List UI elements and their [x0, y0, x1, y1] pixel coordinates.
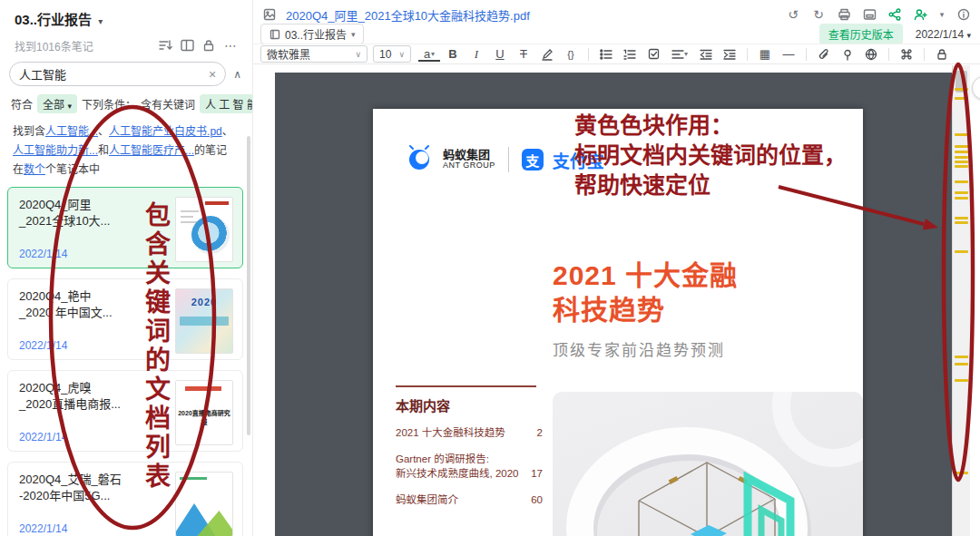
found-link[interactable]: 数个 [24, 163, 45, 176]
font-family-select[interactable]: 微软雅黑∨ [260, 45, 368, 63]
encrypt-lock-icon[interactable] [931, 45, 953, 63]
toc-entry-page: 60 [531, 492, 543, 508]
more-icon[interactable]: ⋯ [220, 37, 241, 54]
clear-search-icon[interactable]: × [209, 67, 216, 82]
lock-icon[interactable] [198, 37, 220, 54]
attachment-icon[interactable] [813, 45, 835, 63]
bullet-list-icon[interactable] [595, 45, 617, 63]
info-icon[interactable] [955, 5, 973, 24]
keyword-highlight-mark[interactable] [955, 363, 968, 365]
note-date: 2022/1/14 [19, 339, 175, 352]
redo-icon[interactable]: ↻ [809, 5, 828, 24]
print-icon[interactable] [835, 5, 853, 24]
font-size-select[interactable]: 10∨ [373, 45, 411, 63]
thumbnail-text: 2020直播电商研究报 [178, 408, 230, 426]
pdf-report-subtitle: 顶级专家前沿趋势预测 [553, 337, 725, 360]
found-link[interactable]: 人工智能产业白皮书.pd [109, 125, 222, 138]
keyword-highlight-mark[interactable] [955, 472, 968, 474]
keyword-highlight-mark[interactable] [955, 156, 968, 159]
keyword-highlight-mark[interactable] [955, 161, 968, 163]
filter-prefix-label: 符合 [11, 96, 33, 112]
bold-button[interactable]: B [442, 45, 464, 63]
notebook-title[interactable]: 03..行业报告 ▾ [0, 0, 252, 28]
highlight-pen-icon[interactable] [536, 45, 558, 63]
filter-all-dropdown[interactable]: 全部 ▾ [37, 94, 77, 113]
chevron-down-icon[interactable]: ▾ [936, 5, 947, 24]
note-card[interactable]: 2020Q4_虎嗅 _2020直播电商报... 2022/1/14 2020直播… [7, 370, 243, 452]
font-family-value: 微软雅黑 [267, 46, 310, 62]
keyword-highlight-mark[interactable] [955, 379, 968, 382]
note-title: 2020Q4_艳中 _2020 年中国文... [19, 288, 175, 321]
undo-icon[interactable]: ↺ [784, 5, 802, 24]
highlight-marks-strip[interactable] [952, 65, 970, 536]
note-thumbnail [175, 472, 233, 536]
found-link[interactable]: 人工智能... [45, 125, 98, 138]
chevron-down-icon: ▾ [351, 30, 356, 39]
toc-entry-page: 2 [537, 425, 543, 441]
note-thumbnail [175, 197, 233, 262]
outdent-icon[interactable] [695, 45, 717, 63]
indent-icon[interactable] [719, 45, 740, 63]
globe-icon[interactable] [860, 45, 882, 63]
invite-user-icon[interactable] [911, 5, 929, 24]
keyword-highlight-mark[interactable] [955, 356, 968, 358]
sort-icon[interactable] [154, 37, 176, 54]
keyword-highlight-mark[interactable] [955, 88, 968, 91]
keyword-highlight-mark[interactable] [955, 165, 968, 168]
found-link[interactable]: 人工智能助力新... [13, 144, 98, 157]
keyword-highlight-mark[interactable] [955, 250, 968, 253]
format-toolbar: 微软雅黑∨ 10∨ a ▾ B I U T {} ▾ [253, 44, 980, 64]
note-date: 2022/1/14 [19, 522, 175, 535]
layout-view-icon[interactable] [176, 37, 198, 54]
underline-button[interactable]: U [489, 45, 511, 63]
document-title-link[interactable]: 2020Q4_阿里_2021全球10大金融科技趋势.pdf [286, 6, 530, 24]
keyword-highlight-mark[interactable] [955, 97, 968, 100]
search-box[interactable]: × [9, 62, 226, 86]
keyword-highlight-mark[interactable] [955, 191, 968, 194]
keyword-highlight-mark[interactable] [955, 217, 968, 219]
note-card[interactable]: 2020Q4_艾瑞_磐石 -2020年中国5G... 2022/1/14 [7, 462, 243, 536]
font-color-button[interactable]: a ▾ [418, 48, 440, 62]
notebook-title-label: 03..行业报告 [15, 12, 92, 27]
numbered-list-icon[interactable] [619, 45, 641, 63]
keyword-highlight-mark[interactable] [955, 180, 968, 183]
thumbnail-text: 2020 [178, 297, 230, 307]
date-dropdown[interactable]: 2022/1/14 ▾ [916, 28, 971, 41]
note-card[interactable]: 2020Q4_阿里 _2021全球10大... 2022/1/14 [7, 187, 243, 268]
found-link[interactable]: 人工智能医疗产... [109, 144, 194, 157]
keyword-highlight-mark[interactable] [955, 133, 968, 136]
table-icon[interactable]: ▦ [754, 45, 776, 63]
location-pin-icon[interactable] [837, 45, 858, 63]
search-input[interactable] [19, 67, 209, 81]
view-history-button[interactable]: 查看历史版本 [819, 24, 903, 44]
found-text: 找到含 [13, 125, 45, 138]
strikethrough-button[interactable]: T [513, 45, 534, 63]
command-shortcut-icon[interactable] [896, 45, 917, 63]
found-text: 、 [98, 125, 109, 138]
notebook-selector[interactable]: 03..行业报告 ▾ [260, 24, 364, 44]
font-size-value: 10 [379, 48, 391, 61]
found-summary: 找到含人工智能...、人工智能产业白皮书.pd、人工智能助力新...和人工智能医… [0, 113, 252, 180]
code-block-button[interactable]: {} [560, 45, 582, 63]
toc-entry-label: Gartner 的调研报告: 新兴技术成熟度曲线, 2020 [396, 452, 518, 482]
pdf-report-title: 2021 十大金融 科技趋势 [553, 258, 738, 326]
checkbox-list-icon[interactable] [642, 45, 664, 63]
found-text: 、 [222, 125, 233, 138]
align-button[interactable]: ▾ [666, 45, 693, 63]
keyword-highlight-mark[interactable] [955, 221, 968, 224]
horizontal-rule-button[interactable]: — [778, 45, 799, 63]
editor-panel: 2020Q4_阿里_2021全球10大金融科技趋势.pdf ↺ ↻ ▾ [252, 0, 980, 536]
keyword-highlight-mark[interactable] [955, 145, 968, 148]
presentation-icon[interactable] [860, 5, 878, 24]
list-scrollbar[interactable] [247, 136, 250, 435]
keyword-highlight-mark[interactable] [955, 197, 968, 200]
share-icon[interactable] [886, 5, 904, 24]
chevron-down-icon: ▾ [684, 50, 688, 58]
document-icon [260, 5, 279, 24]
collapse-search-icon[interactable]: ∧ [230, 68, 245, 81]
keyword-highlight-mark[interactable] [955, 151, 968, 153]
italic-button[interactable]: I [466, 45, 487, 63]
chevron-down-icon: ▾ [431, 50, 435, 58]
note-card[interactable]: 2020Q4_艳中 _2020 年中国文... 2022/1/14 2020 [7, 278, 243, 360]
filter-contains-label: 含有关键词 [141, 96, 195, 112]
